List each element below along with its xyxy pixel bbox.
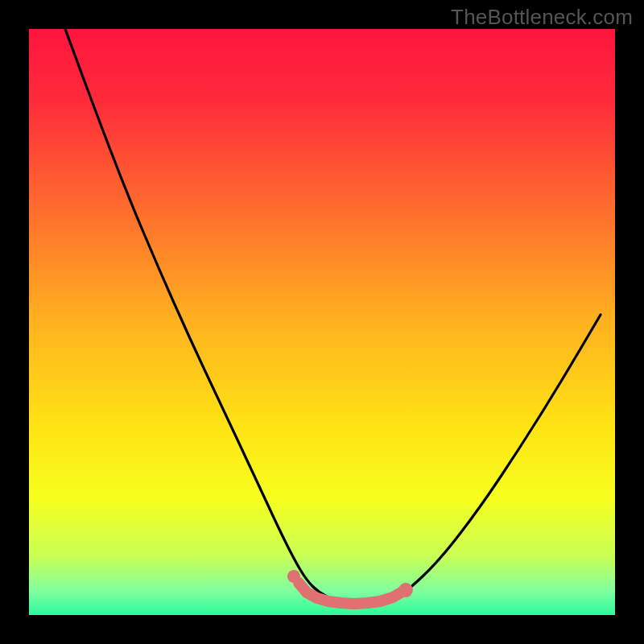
annotation-stroke bbox=[299, 583, 402, 604]
bottleneck-curve bbox=[29, 29, 615, 615]
annotation-dot-left bbox=[287, 570, 300, 583]
chart-frame: TheBottleneck.com bbox=[0, 0, 644, 644]
annotation-dot-right bbox=[398, 583, 413, 597]
curve-path bbox=[65, 29, 601, 603]
plot-area bbox=[29, 29, 615, 615]
annotation-flat-bottom bbox=[287, 570, 413, 604]
watermark-text: TheBottleneck.com bbox=[451, 5, 633, 30]
